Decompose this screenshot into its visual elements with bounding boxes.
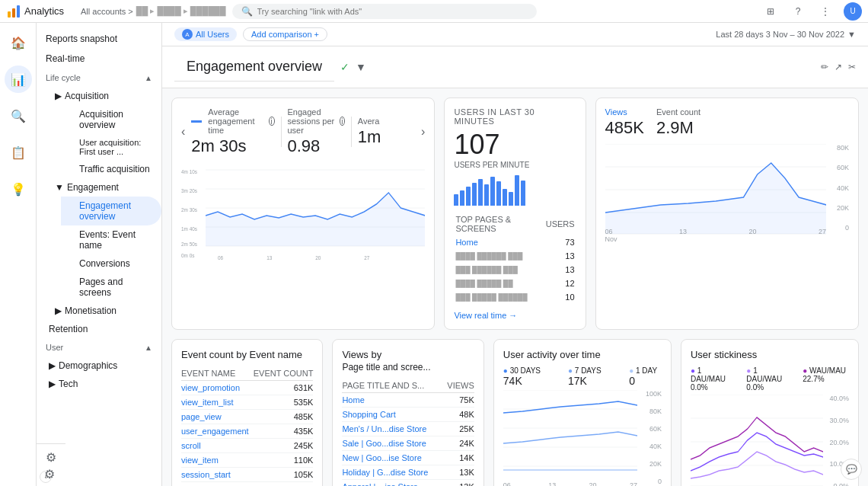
more-icon[interactable]: ⋮ [816,2,834,21]
help-icon[interactable]: ? [789,2,807,21]
bar-11 [515,175,519,206]
sidebar-item-events[interactable]: Events: Event name [61,225,161,254]
realtime-title: USERS IN LAST 30 MINUTES [454,107,576,126]
views-by-subtitle: Page title and scree... [342,362,474,372]
ga-logo-icon [6,4,21,19]
bar-12 [521,181,525,206]
table-row: New | Goo...ise Store14K [342,451,474,465]
bar-4 [472,183,477,206]
table-row: page_view485K [181,410,313,424]
chip-icon: A [182,29,193,40]
sidebar-item-engagement[interactable]: ▼ Engagement [37,178,128,197]
sidebar-label: Reports snapshot [46,34,117,44]
sidebar-item-traffic-acquisition[interactable]: Traffic acquisition [61,160,161,178]
chevron-up-icon-2: ▲ [145,344,152,352]
date-range-chevron[interactable]: ▼ [847,30,856,39]
title-chevron-icon[interactable]: ▼ [356,61,366,73]
next-metric-btn[interactable]: › [421,125,425,139]
settings-bottom-icon[interactable]: ⚙ [44,468,55,481]
sidebar-item-retention[interactable]: Retention [37,320,161,338]
views-value: 485K [605,118,644,138]
avatar[interactable]: U [844,2,862,21]
engagement-children: Engagement overview Events: Event name C… [37,197,161,302]
svg-text:20: 20 [315,254,321,261]
legend-dau-wau: ● 1 DAU/WAU 0.0% [746,366,793,392]
col-event-name: EVENT NAME [181,366,251,381]
table-row: ████ ██████ ███ 13 [455,250,574,262]
bar-7 [490,177,495,206]
svg-rect-2 [17,5,20,18]
views-by-title: Views by [342,349,474,360]
bar-1 [454,194,458,206]
event-count-value: 2.9M [656,118,700,138]
sidebar-item-acquisition[interactable]: ▶ Acquisition [37,87,118,105]
sidebar-item-demographics[interactable]: ▶ Demographics [37,357,126,375]
svg-text:13: 13 [266,254,272,261]
sidebar-item-conversions[interactable]: Conversions [61,254,161,273]
sidebar-section-lifecycle[interactable]: Life cycle ▲ [37,69,161,87]
top-right-icons: ⊞ ? ⋮ U [761,2,862,21]
row-2: Event count by Event name EVENT NAME EVE… [171,339,859,486]
share-icon[interactable]: ↗ [834,62,842,72]
users-per-minute-chart [454,175,576,206]
edit-icon[interactable]: ✏ [821,62,828,72]
table-row: view_item_list535K [181,395,313,410]
bar-6 [484,184,489,206]
search-input[interactable] [257,7,528,16]
table-row: ███ █████ ██████ 10 [455,291,574,303]
sidebar-item-engagement-overview[interactable]: Engagement overview [61,197,161,225]
dashboard: ‹ Average engagement time i 2m 30s [162,88,868,486]
all-users-chip[interactable]: A All Users [174,27,237,41]
views-label: Views [605,107,644,117]
chat-icon[interactable]: 💬 [841,459,862,480]
page-title: Engagement overview [174,53,334,82]
svg-text:Nov: Nov [215,261,223,261]
engagement-overview-card: ‹ Average engagement time i 2m 30s [171,98,435,330]
col-event-count: EVENT COUNT [251,366,314,381]
nav-advertising-icon[interactable]: 📋 [5,139,32,166]
nav-insights-icon[interactable]: 💡 [5,175,32,203]
settings-icon[interactable]: ⚙ [46,451,56,464]
customize-icon[interactable]: ✂ [848,62,856,72]
legend-7days: ● 7 DAYS 17K [568,366,617,387]
sidebar-section-user[interactable]: User ▲ [37,338,161,357]
grid-icon[interactable]: ⊞ [761,2,780,21]
sidebar-item-acquisition-overview[interactable]: Acquisition overview [61,105,161,134]
breadcrumb: All accounts > ██ ▸ ████ ▸ ██████ [81,6,226,16]
event-count-table: EVENT NAME EVENT COUNT view_promotion631… [181,366,313,482]
top-bar: Analytics All accounts > ██ ▸ ████ ▸ ███… [0,0,868,23]
bar-5 [478,179,483,206]
svg-rect-1 [12,8,15,18]
views-by-card: Views by Page title and scree... PAGE TI… [332,339,483,486]
add-comparison-btn[interactable]: Add comparison + [243,27,327,41]
avg-engagement-metric: Average engagement time i 2m 30s [191,107,274,156]
sidebar-item-monetisation[interactable]: ▶ Monetisation [37,302,126,320]
nav-explore-icon[interactable]: 🔍 [5,102,32,129]
view-realtime-link[interactable]: View real time → [454,311,576,320]
sidebar-item-user-acquisition[interactable]: User acquisition: First user ... [61,134,161,160]
table-row: ███ ██████ ███ 13 [455,264,574,276]
table-row: user_engagement435K [181,424,313,439]
info-icon[interactable]: i [269,117,275,126]
nav-reports-icon[interactable]: 📊 [5,66,32,93]
legend-dau-mau: ● 1 DAU/MAU 0.0% [691,366,737,392]
prev-metric-btn[interactable]: ‹ [181,125,185,139]
table-row: Sale | Goo...dise Store24K [342,436,474,451]
col-pages: TOP PAGES & SCREENS [455,213,544,235]
users-per-minute: USERS PER MINUTE [454,161,576,169]
info-icon-2[interactable]: i [340,117,345,126]
metric-divider-2 [351,117,352,147]
bar-2 [460,190,464,206]
search-bar[interactable]: 🔍 [232,4,537,19]
sidebar-item-reports-snapshot[interactable]: Reports snapshot [37,29,161,49]
sidebar-item-tech[interactable]: ▶ Tech [37,375,87,393]
table-row: Home75K [342,393,474,408]
nav-home-icon[interactable]: 🏠 [5,29,32,56]
sidebar-item-realtime[interactable]: Real-time [37,49,161,69]
top-pages-table: TOP PAGES & SCREENS USERS Home 73 ████ █… [454,212,576,305]
legend-30days: ● 30 DAYS 74K [503,366,556,387]
bar-10 [509,192,513,206]
engagement-chart: 4m 10s 3m 20s 2m 30s 1m 40s 2m 50s 0m 0s [181,162,425,261]
sidebar-item-pages-screens[interactable]: Pages and screens [61,273,161,302]
views-metrics: Views 485K Event count 2.9M [605,107,849,138]
